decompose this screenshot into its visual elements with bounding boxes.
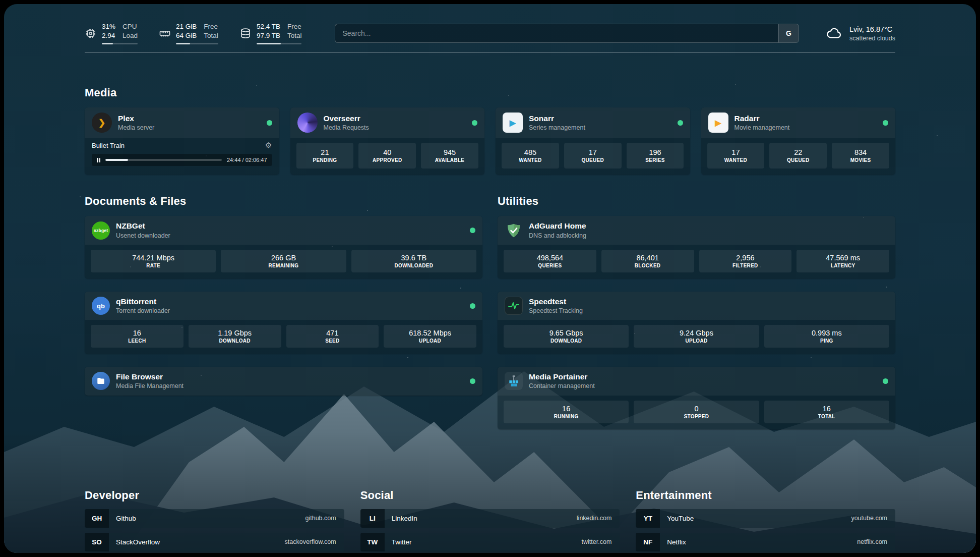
bookmark-url: linkedin.com bbox=[577, 515, 620, 522]
service-card-radarr: ▶ Radarr Movie management 17WANTED 22QUE… bbox=[701, 107, 896, 175]
bookmark-github[interactable]: GH Github github.com bbox=[85, 509, 344, 528]
service-name: Sonarr bbox=[529, 114, 585, 124]
gear-icon[interactable]: ⚙ bbox=[265, 141, 272, 150]
status-dot bbox=[883, 120, 888, 126]
service-description: Torrent downloader bbox=[116, 307, 170, 315]
bookmark-label: Netflix bbox=[660, 538, 686, 546]
memory-progress-bar bbox=[176, 43, 218, 44]
dashboard-screen: 31% 2.94 CPU Load bbox=[4, 4, 976, 553]
cpu-label: CPU bbox=[122, 22, 138, 31]
service-description: Usenet downloader bbox=[116, 232, 170, 240]
service-name: Overseerr bbox=[324, 114, 369, 124]
bookmark-abbr: SO bbox=[85, 533, 109, 551]
disk-icon bbox=[239, 27, 252, 39]
service-name: Radarr bbox=[734, 114, 790, 124]
bookmark-url: stackoverflow.com bbox=[285, 538, 344, 545]
bookmark-stackoverflow[interactable]: SO StackOverflow stackoverflow.com bbox=[85, 533, 344, 551]
status-dot bbox=[470, 228, 475, 233]
cpu-load-value: 2.94 bbox=[102, 31, 115, 40]
bookmark-abbr: GH bbox=[85, 509, 109, 528]
stat-ping: 0.993 msPING bbox=[764, 325, 889, 348]
search-input[interactable] bbox=[335, 24, 778, 42]
service-name: NZBGet bbox=[116, 221, 170, 231]
service-card-speedtest: Speedtest Speedtest Tracking 9.65 GbpsDO… bbox=[498, 292, 895, 354]
playback-time: 24:44 / 02:06:47 bbox=[227, 157, 267, 163]
utilities-section-title: Utilities bbox=[498, 195, 895, 208]
entertainment-section-title: Entertainment bbox=[636, 489, 895, 502]
status-dot bbox=[470, 378, 475, 384]
sonarr-icon: ▶ bbox=[503, 113, 523, 133]
stat-movies: 834MOVIES bbox=[832, 143, 889, 169]
status-dot bbox=[472, 120, 477, 126]
service-name: Plex bbox=[118, 114, 154, 124]
service-link-nzbget[interactable]: nzbget NZBGet Usenet downloader bbox=[85, 216, 482, 244]
disk-free-value: 52.4 TB bbox=[257, 22, 280, 31]
service-description: Container management bbox=[529, 382, 595, 390]
bookmark-twitter[interactable]: TW Twitter twitter.com bbox=[360, 533, 620, 551]
service-link-plex[interactable]: ❯ Plex Media server bbox=[85, 107, 279, 138]
stat-queued: 17QUEUED bbox=[564, 143, 622, 169]
service-card-filebrowser: File Browser Media File Management bbox=[85, 367, 482, 395]
stat-series: 196SERIES bbox=[627, 143, 684, 169]
service-description: Media Requests bbox=[324, 124, 369, 132]
nzbget-icon: nzbget bbox=[92, 221, 110, 240]
bookmark-abbr: NF bbox=[636, 533, 660, 551]
service-name: AdGuard Home bbox=[529, 221, 586, 231]
stat-queries: 498,564QUERIES bbox=[504, 250, 596, 272]
qbittorrent-icon: qb bbox=[92, 297, 110, 315]
service-link-filebrowser[interactable]: File Browser Media File Management bbox=[85, 367, 482, 395]
service-card-sonarr: ▶ Sonarr Series management 485WANTED 17Q… bbox=[496, 107, 690, 175]
status-dot bbox=[678, 120, 683, 126]
pause-icon[interactable] bbox=[97, 158, 100, 162]
cloud-icon bbox=[825, 24, 843, 42]
playback-progress[interactable] bbox=[105, 159, 222, 161]
metric-memory: 21 GiB 64 GiB Free Total bbox=[159, 22, 218, 44]
playback-bar: 24:44 / 02:06:47 bbox=[92, 154, 272, 166]
disk-total-value: 97.9 TB bbox=[257, 31, 280, 40]
stat-leech: 16LEECH bbox=[91, 325, 183, 348]
service-link-qbittorrent[interactable]: qb qBittorrent Torrent downloader bbox=[85, 292, 482, 320]
bookmark-netflix[interactable]: NF Netflix netflix.com bbox=[636, 533, 895, 551]
service-link-sonarr[interactable]: ▶ Sonarr Series management bbox=[496, 107, 690, 138]
bookmark-label: Github bbox=[109, 515, 136, 522]
service-link-adguard[interactable]: AdGuard Home DNS and adblocking bbox=[498, 216, 895, 244]
social-section-title: Social bbox=[360, 489, 620, 502]
cpu-progress-bar bbox=[102, 43, 138, 44]
developer-section-title: Developer bbox=[85, 489, 344, 502]
bookmark-url: github.com bbox=[305, 515, 344, 522]
system-metrics: 31% 2.94 CPU Load bbox=[85, 22, 301, 44]
service-link-radarr[interactable]: ▶ Radarr Movie management bbox=[701, 107, 896, 138]
stat-approved: 40APPROVED bbox=[358, 143, 416, 169]
memory-total-value: 64 GiB bbox=[176, 31, 197, 40]
now-playing-title: Bullet Train bbox=[92, 142, 125, 149]
disk-progress-bar bbox=[257, 43, 302, 44]
bookmark-label: LinkedIn bbox=[385, 515, 417, 522]
search-provider-button[interactable]: G bbox=[778, 24, 799, 42]
service-card-plex: ❯ Plex Media server Bullet Train ⚙ bbox=[85, 107, 279, 175]
filebrowser-icon bbox=[92, 372, 110, 390]
section-utilities: Utilities AdGuard Home DNS and adblockin… bbox=[498, 195, 895, 442]
bookmark-group-entertainment: Entertainment YT YouTube youtube.com NF … bbox=[636, 489, 895, 553]
service-name: Speedtest bbox=[529, 297, 583, 307]
service-description: Speedtest Tracking bbox=[529, 307, 583, 315]
stat-latency: 47.569 msLATENCY bbox=[797, 250, 889, 272]
metric-cpu: 31% 2.94 CPU Load bbox=[85, 22, 138, 44]
service-description: Media server bbox=[118, 124, 154, 132]
bookmark-url: netflix.com bbox=[857, 538, 895, 545]
header-divider bbox=[85, 52, 895, 53]
bookmark-youtube[interactable]: YT YouTube youtube.com bbox=[636, 509, 895, 528]
stat-stopped: 0STOPPED bbox=[634, 401, 759, 423]
bookmark-group-developer: Developer GH Github github.com SO StackO… bbox=[85, 489, 344, 553]
stat-pending: 21PENDING bbox=[296, 143, 354, 169]
service-card-overseerr: Overseerr Media Requests 21PENDING 40APP… bbox=[290, 107, 485, 175]
stat-download: 9.65 GbpsDOWNLOAD bbox=[504, 325, 629, 348]
status-dot bbox=[883, 378, 888, 384]
stat-wanted: 485WANTED bbox=[502, 143, 559, 169]
bookmark-linkedin[interactable]: LI LinkedIn linkedin.com bbox=[360, 509, 620, 528]
service-link-portainer[interactable]: Media Portainer Container management bbox=[498, 367, 895, 395]
speedtest-icon bbox=[505, 297, 523, 315]
cpu-icon bbox=[85, 27, 97, 39]
service-link-overseerr[interactable]: Overseerr Media Requests bbox=[290, 107, 485, 138]
bookmark-abbr: LI bbox=[360, 509, 385, 528]
service-link-speedtest[interactable]: Speedtest Speedtest Tracking bbox=[498, 292, 895, 320]
